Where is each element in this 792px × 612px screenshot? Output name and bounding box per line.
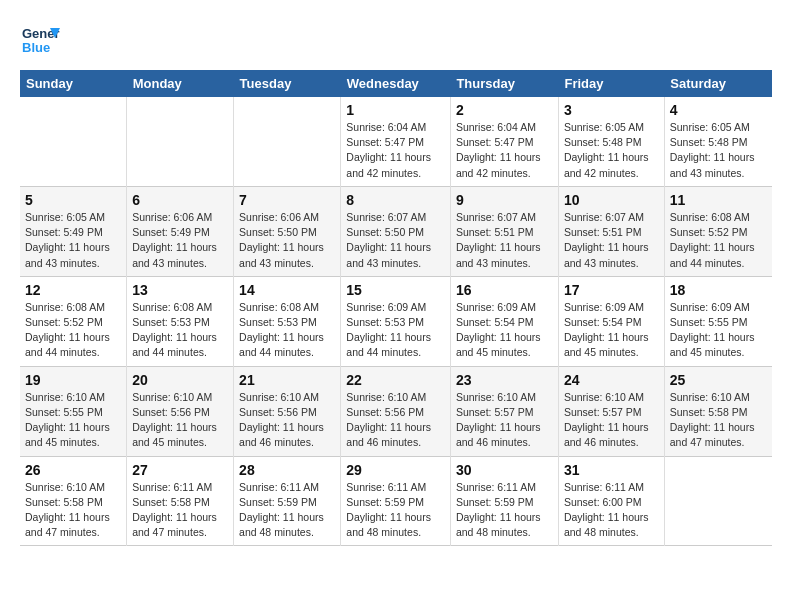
day-detail: Sunrise: 6:11 AM Sunset: 6:00 PM Dayligh…: [564, 480, 659, 541]
day-detail: Sunrise: 6:05 AM Sunset: 5:48 PM Dayligh…: [564, 120, 659, 181]
calendar-cell: 15Sunrise: 6:09 AM Sunset: 5:53 PM Dayli…: [341, 276, 451, 366]
day-number: 10: [564, 192, 659, 208]
day-number: 28: [239, 462, 335, 478]
day-number: 12: [25, 282, 121, 298]
calendar-cell: 9Sunrise: 6:07 AM Sunset: 5:51 PM Daylig…: [450, 186, 558, 276]
day-detail: Sunrise: 6:08 AM Sunset: 5:53 PM Dayligh…: [132, 300, 228, 361]
weekday-header-monday: Monday: [127, 70, 234, 97]
calendar-cell: 22Sunrise: 6:10 AM Sunset: 5:56 PM Dayli…: [341, 366, 451, 456]
calendar-cell: 23Sunrise: 6:10 AM Sunset: 5:57 PM Dayli…: [450, 366, 558, 456]
page-header: General Blue: [20, 20, 772, 60]
calendar-cell: 18Sunrise: 6:09 AM Sunset: 5:55 PM Dayli…: [664, 276, 772, 366]
day-detail: Sunrise: 6:11 AM Sunset: 5:59 PM Dayligh…: [456, 480, 553, 541]
day-detail: Sunrise: 6:09 AM Sunset: 5:55 PM Dayligh…: [670, 300, 767, 361]
calendar-week-3: 12Sunrise: 6:08 AM Sunset: 5:52 PM Dayli…: [20, 276, 772, 366]
weekday-header-thursday: Thursday: [450, 70, 558, 97]
calendar-cell: 17Sunrise: 6:09 AM Sunset: 5:54 PM Dayli…: [558, 276, 664, 366]
calendar-cell: 27Sunrise: 6:11 AM Sunset: 5:58 PM Dayli…: [127, 456, 234, 546]
day-detail: Sunrise: 6:04 AM Sunset: 5:47 PM Dayligh…: [346, 120, 445, 181]
calendar-cell: 19Sunrise: 6:10 AM Sunset: 5:55 PM Dayli…: [20, 366, 127, 456]
day-detail: Sunrise: 6:11 AM Sunset: 5:58 PM Dayligh…: [132, 480, 228, 541]
day-detail: Sunrise: 6:09 AM Sunset: 5:54 PM Dayligh…: [564, 300, 659, 361]
logo-icon: General Blue: [20, 20, 60, 60]
day-number: 8: [346, 192, 445, 208]
calendar-cell: 20Sunrise: 6:10 AM Sunset: 5:56 PM Dayli…: [127, 366, 234, 456]
weekday-header-sunday: Sunday: [20, 70, 127, 97]
calendar-cell: 28Sunrise: 6:11 AM Sunset: 5:59 PM Dayli…: [234, 456, 341, 546]
calendar-week-5: 26Sunrise: 6:10 AM Sunset: 5:58 PM Dayli…: [20, 456, 772, 546]
day-detail: Sunrise: 6:05 AM Sunset: 5:48 PM Dayligh…: [670, 120, 767, 181]
day-number: 15: [346, 282, 445, 298]
day-number: 11: [670, 192, 767, 208]
day-number: 25: [670, 372, 767, 388]
day-detail: Sunrise: 6:11 AM Sunset: 5:59 PM Dayligh…: [346, 480, 445, 541]
calendar-cell: 24Sunrise: 6:10 AM Sunset: 5:57 PM Dayli…: [558, 366, 664, 456]
calendar-cell: [127, 97, 234, 186]
calendar-week-1: 1Sunrise: 6:04 AM Sunset: 5:47 PM Daylig…: [20, 97, 772, 186]
calendar-cell: 12Sunrise: 6:08 AM Sunset: 5:52 PM Dayli…: [20, 276, 127, 366]
weekday-header-tuesday: Tuesday: [234, 70, 341, 97]
day-number: 22: [346, 372, 445, 388]
calendar-cell: 14Sunrise: 6:08 AM Sunset: 5:53 PM Dayli…: [234, 276, 341, 366]
day-number: 19: [25, 372, 121, 388]
day-number: 27: [132, 462, 228, 478]
calendar-cell: 10Sunrise: 6:07 AM Sunset: 5:51 PM Dayli…: [558, 186, 664, 276]
calendar-cell: 7Sunrise: 6:06 AM Sunset: 5:50 PM Daylig…: [234, 186, 341, 276]
day-number: 24: [564, 372, 659, 388]
day-number: 23: [456, 372, 553, 388]
calendar-cell: [234, 97, 341, 186]
calendar-cell: 21Sunrise: 6:10 AM Sunset: 5:56 PM Dayli…: [234, 366, 341, 456]
day-detail: Sunrise: 6:10 AM Sunset: 5:55 PM Dayligh…: [25, 390, 121, 451]
day-number: 3: [564, 102, 659, 118]
day-detail: Sunrise: 6:07 AM Sunset: 5:51 PM Dayligh…: [564, 210, 659, 271]
day-detail: Sunrise: 6:09 AM Sunset: 5:53 PM Dayligh…: [346, 300, 445, 361]
day-detail: Sunrise: 6:10 AM Sunset: 5:58 PM Dayligh…: [25, 480, 121, 541]
calendar-cell: 5Sunrise: 6:05 AM Sunset: 5:49 PM Daylig…: [20, 186, 127, 276]
day-number: 1: [346, 102, 445, 118]
day-number: 21: [239, 372, 335, 388]
day-detail: Sunrise: 6:06 AM Sunset: 5:50 PM Dayligh…: [239, 210, 335, 271]
calendar-cell: 26Sunrise: 6:10 AM Sunset: 5:58 PM Dayli…: [20, 456, 127, 546]
day-detail: Sunrise: 6:09 AM Sunset: 5:54 PM Dayligh…: [456, 300, 553, 361]
calendar-table: SundayMondayTuesdayWednesdayThursdayFrid…: [20, 70, 772, 546]
day-detail: Sunrise: 6:07 AM Sunset: 5:50 PM Dayligh…: [346, 210, 445, 271]
day-number: 5: [25, 192, 121, 208]
day-detail: Sunrise: 6:10 AM Sunset: 5:57 PM Dayligh…: [564, 390, 659, 451]
calendar-week-2: 5Sunrise: 6:05 AM Sunset: 5:49 PM Daylig…: [20, 186, 772, 276]
weekday-header-saturday: Saturday: [664, 70, 772, 97]
calendar-cell: [20, 97, 127, 186]
day-detail: Sunrise: 6:10 AM Sunset: 5:56 PM Dayligh…: [346, 390, 445, 451]
day-number: 7: [239, 192, 335, 208]
day-number: 13: [132, 282, 228, 298]
logo: General Blue: [20, 20, 64, 60]
weekday-header-friday: Friday: [558, 70, 664, 97]
day-number: 17: [564, 282, 659, 298]
weekday-header-wednesday: Wednesday: [341, 70, 451, 97]
day-number: 14: [239, 282, 335, 298]
calendar-cell: 29Sunrise: 6:11 AM Sunset: 5:59 PM Dayli…: [341, 456, 451, 546]
day-number: 30: [456, 462, 553, 478]
calendar-cell: 2Sunrise: 6:04 AM Sunset: 5:47 PM Daylig…: [450, 97, 558, 186]
calendar-cell: 3Sunrise: 6:05 AM Sunset: 5:48 PM Daylig…: [558, 97, 664, 186]
day-number: 20: [132, 372, 228, 388]
day-detail: Sunrise: 6:08 AM Sunset: 5:52 PM Dayligh…: [25, 300, 121, 361]
calendar-cell: 11Sunrise: 6:08 AM Sunset: 5:52 PM Dayli…: [664, 186, 772, 276]
day-detail: Sunrise: 6:10 AM Sunset: 5:58 PM Dayligh…: [670, 390, 767, 451]
day-detail: Sunrise: 6:10 AM Sunset: 5:56 PM Dayligh…: [239, 390, 335, 451]
calendar-cell: 31Sunrise: 6:11 AM Sunset: 6:00 PM Dayli…: [558, 456, 664, 546]
calendar-cell: 8Sunrise: 6:07 AM Sunset: 5:50 PM Daylig…: [341, 186, 451, 276]
calendar-week-4: 19Sunrise: 6:10 AM Sunset: 5:55 PM Dayli…: [20, 366, 772, 456]
day-number: 2: [456, 102, 553, 118]
day-detail: Sunrise: 6:06 AM Sunset: 5:49 PM Dayligh…: [132, 210, 228, 271]
day-detail: Sunrise: 6:11 AM Sunset: 5:59 PM Dayligh…: [239, 480, 335, 541]
day-number: 18: [670, 282, 767, 298]
calendar-cell: 13Sunrise: 6:08 AM Sunset: 5:53 PM Dayli…: [127, 276, 234, 366]
day-detail: Sunrise: 6:05 AM Sunset: 5:49 PM Dayligh…: [25, 210, 121, 271]
day-detail: Sunrise: 6:08 AM Sunset: 5:53 PM Dayligh…: [239, 300, 335, 361]
day-number: 29: [346, 462, 445, 478]
day-detail: Sunrise: 6:04 AM Sunset: 5:47 PM Dayligh…: [456, 120, 553, 181]
day-detail: Sunrise: 6:10 AM Sunset: 5:56 PM Dayligh…: [132, 390, 228, 451]
calendar-cell: 30Sunrise: 6:11 AM Sunset: 5:59 PM Dayli…: [450, 456, 558, 546]
day-number: 6: [132, 192, 228, 208]
svg-text:Blue: Blue: [22, 40, 50, 55]
